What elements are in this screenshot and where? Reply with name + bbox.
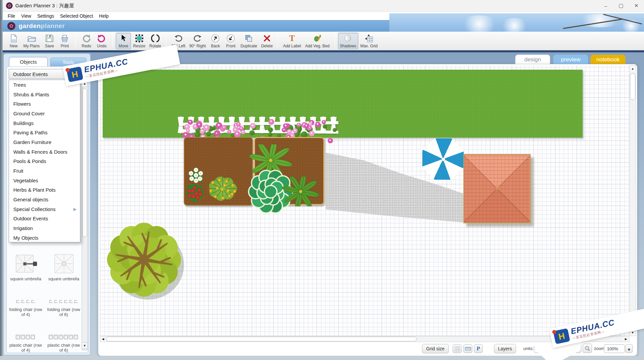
category-item-irrigation[interactable]: Irrigation [9, 223, 80, 233]
object-item-label: plastic chair (row of 6) [46, 343, 82, 353]
maximize-button[interactable]: ▢ [613, 0, 629, 11]
umbrella-thumbnail-icon [52, 254, 75, 276]
category-item-label: My Objects [13, 235, 38, 241]
layers-button[interactable]: Layers [494, 344, 516, 353]
scroll-up-button[interactable]: ▲ [630, 66, 636, 72]
zoom-value-field[interactable]: 100% [604, 344, 625, 353]
brand-word-garden: garden [19, 22, 41, 29]
category-item-shrubs-plants[interactable]: Shrubs & Plants [9, 90, 80, 99]
toolbar-button-label: Add Veg. Bed [305, 44, 329, 48]
rotate-right-button[interactable]: 90° Right [187, 33, 208, 49]
minimize-button[interactable]: – [598, 0, 613, 11]
undo-icon [97, 34, 106, 43]
pergola-roof-object[interactable] [463, 154, 531, 223]
category-item-my-objects[interactable]: My Objects [9, 233, 80, 243]
tab-notebook[interactable]: notebook [591, 55, 625, 64]
vertical-scrollbar[interactable] [629, 65, 636, 336]
max-grid-button[interactable]: Max. Grid [358, 33, 380, 49]
grid-toggle-button[interactable] [453, 344, 462, 353]
pchairs4-thumbnail-icon [15, 333, 36, 342]
object-item-pchairs4[interactable]: plastic chair (row of 4) [8, 323, 44, 353]
delete-icon [262, 34, 272, 43]
tab-objects[interactable]: Objects [9, 57, 48, 66]
ruler-toggle-button[interactable] [463, 344, 472, 353]
scroll-left-button[interactable]: ◀ [100, 336, 106, 342]
tab-preview[interactable]: preview [553, 55, 588, 64]
vertical-scroll-thumb[interactable] [630, 73, 635, 100]
category-item-label: Herbs & Plant Pots [13, 187, 56, 193]
yellow-flower-bush[interactable] [202, 171, 243, 207]
panel-scroll-thumb[interactable] [82, 88, 87, 237]
menu-selected-object[interactable]: Selected Object [57, 12, 96, 20]
shadows-button[interactable]: Shadows [338, 33, 358, 49]
category-item-label: General objects [13, 197, 48, 202]
category-item-pools-ponds[interactable]: Pools & Ponds [9, 157, 80, 166]
category-item-walls-fences-doors[interactable]: Walls & Fences & Doors [9, 147, 80, 157]
lawn-object[interactable] [103, 70, 583, 138]
undo-button[interactable]: Undo [94, 33, 109, 49]
category-item-label: Shrubs & Plants [13, 92, 49, 97]
rotate-button[interactable]: Rotate [147, 33, 163, 49]
tab-design[interactable]: design [515, 55, 550, 64]
category-dropdown-list: TreesShrubs & PlantsFlowersGround CoverB… [9, 80, 80, 242]
resize-button[interactable]: Resize [131, 33, 147, 49]
toolbar-separator [278, 34, 278, 48]
garden-canvas[interactable] [100, 65, 629, 336]
tree-object[interactable] [100, 217, 188, 307]
category-item-general-objects[interactable]: General objects [9, 195, 80, 204]
fchairs4-thumbnail-icon [15, 298, 36, 306]
toolbar-button-label: Print [61, 44, 69, 48]
scroll-right-button[interactable]: ▶ [623, 336, 629, 342]
back-button[interactable]: Back [208, 33, 223, 49]
object-item-fchairs6[interactable]: folding chair (row of 6) [46, 287, 82, 317]
delete-button[interactable]: Delete [259, 33, 275, 49]
my-plans-button[interactable]: My Plans [21, 33, 42, 49]
horizontal-scroll-thumb[interactable] [106, 337, 417, 341]
panel-scroll-down-button[interactable]: ▼ [82, 342, 88, 349]
add-veg-bed-button[interactable]: Add Veg. Bed [303, 33, 331, 49]
leafy-plant[interactable] [280, 177, 321, 208]
category-item-ground-cover[interactable]: Ground Cover [9, 109, 80, 118]
category-item-label: Trees [13, 82, 26, 88]
blossom-blob [459, 15, 499, 32]
category-item-label: Paving & Paths [13, 130, 48, 135]
front-button[interactable]: Front [223, 33, 238, 49]
menu-help[interactable]: Help [96, 12, 112, 20]
zoom-out-icon [585, 346, 590, 351]
umbrella-handle-thumbnail-icon [14, 254, 37, 276]
menu-settings[interactable]: Settings [34, 12, 57, 20]
category-item-special-collections[interactable]: Special Collections▶ [9, 204, 80, 214]
save-button[interactable]: Save [42, 33, 57, 49]
object-item-umbrella[interactable]: square umbrella [46, 243, 82, 282]
object-item-fchairs4[interactable]: folding chair (row of 4) [8, 287, 44, 317]
print-button[interactable]: Print [57, 33, 72, 49]
print-area-button[interactable]: P [474, 344, 483, 353]
duplicate-button[interactable]: Duplicate [238, 33, 259, 49]
zoom-stepper-button[interactable]: ▴ [625, 344, 633, 353]
move-button[interactable]: Move [116, 33, 131, 49]
close-button[interactable]: ✕ [629, 0, 644, 11]
grid-size-button[interactable]: Grid size [422, 344, 449, 353]
category-item-herbs-plant-pots[interactable]: Herbs & Plant Pots [9, 185, 80, 195]
category-item-outdoor-events[interactable]: Outdoor Events [9, 214, 80, 224]
category-item-flowers[interactable]: Flowers [9, 99, 80, 109]
toolbar-button-label: Redo [82, 44, 91, 48]
front-icon [226, 34, 235, 43]
umbrella-object[interactable] [422, 138, 464, 180]
add-label-button[interactable]: TAdd Label [281, 33, 303, 49]
new-button[interactable]: New [6, 33, 21, 49]
menu-file[interactable]: File [5, 12, 18, 20]
category-item-vegetables[interactable]: Vegetables [9, 176, 80, 185]
redo-button[interactable]: Redo [79, 33, 94, 49]
category-item-fruit[interactable]: Fruit [9, 166, 80, 176]
zoom-out-button[interactable] [583, 344, 592, 353]
category-item-garden-furniture[interactable]: Garden Furniture [9, 137, 80, 147]
object-item-label: folding chair (row of 6) [46, 307, 82, 317]
category-item-paving-paths[interactable]: Paving & Paths [9, 128, 80, 137]
category-item-label: Garden Furniture [13, 139, 51, 145]
object-item-pchairs6[interactable]: plastic chair (row of 6) [46, 323, 82, 353]
menu-view[interactable]: View [18, 12, 34, 20]
object-item-umbrella-handle[interactable]: square umbrella [8, 243, 44, 282]
toolbar-button-label: Max. Grid [360, 44, 378, 48]
category-item-buildings[interactable]: Buildings [9, 118, 80, 128]
